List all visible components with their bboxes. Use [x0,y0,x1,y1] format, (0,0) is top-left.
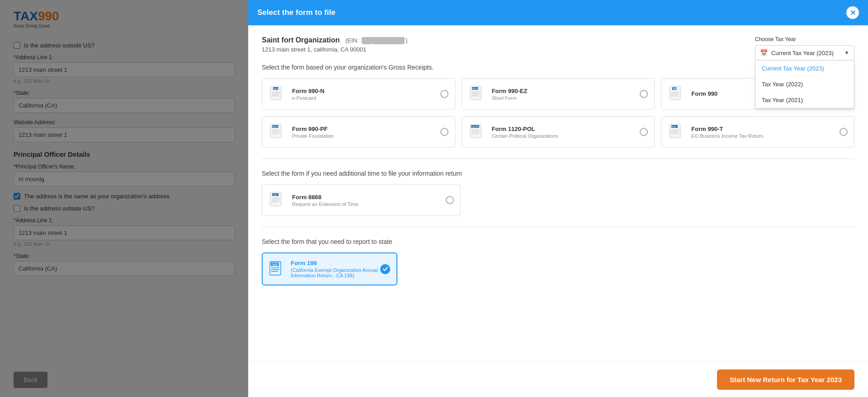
form-990pf-title: Form 990-PF [292,126,334,132]
close-icon: ✕ [850,9,856,17]
start-return-button[interactable]: Start New Return for Tax Year 2023 [717,369,854,390]
form-8868-subtitle: Request an Extension of Time [292,201,359,207]
form-card-990t[interactable]: 990-T Form 990-T EO Business Income Tax … [661,116,854,148]
svg-text:990-N: 990-N [274,88,278,90]
form-card-990ez[interactable]: 990-EZ Form 990-EZ Short Form [462,78,655,110]
form-990-title: Form 990 [691,90,717,97]
tax-year-wrapper: Choose Tax Year 📅 Current Tax Year (2023… [755,36,854,61]
form-card-1120pol[interactable]: 1120-POL Form 1120-POL Certain Political… [462,116,655,148]
modal-title: Select the form to file [257,8,335,17]
form-card-8868[interactable]: 8868 Form 8868 Request an Extension of T… [262,184,461,216]
form-990t-subtitle: EO Business Income Tax Return [691,133,763,139]
svg-text:STATE: STATE [273,265,277,266]
extension-form-row: 8868 Form 8868 Request an Extension of T… [262,184,854,216]
dropdown-item-2021[interactable]: Tax Year (2021) [755,92,854,108]
chevron-down-icon: ▼ [844,50,849,56]
dropdown-item-2023[interactable]: Current Tax Year (2023) [755,61,854,76]
calendar-icon: 📅 [760,49,768,56]
form-card-8868-left: 8868 Form 8868 Request an Extension of T… [269,191,359,209]
form-8868-radio[interactable] [446,196,454,204]
form-199-info: Form 199 (California Exempt Organization… [291,260,380,278]
form-990n-title: Form 990-N [292,88,325,94]
form-990ez-radio[interactable] [640,90,648,98]
form-990pf-icon: 990-PF [269,123,287,141]
form-8868-title: Form 8868 [292,194,359,201]
form-card-990n-left: 990-N Form 990-N e-Postcard [269,85,325,103]
form-1120pol-title: Form 1120-POL [492,126,558,132]
state-form-row: CA-199 STATE Form 199 (California Exempt… [262,252,854,285]
svg-text:1120-POL: 1120-POL [472,126,479,128]
svg-text:990-EZ: 990-EZ [472,88,479,90]
select-form-modal: Select the form to file ✕ Saint fort Org… [248,0,868,397]
form-199-title: Form 199 [291,260,380,266]
form-card-990n[interactable]: 990-N Form 990-N e-Postcard [262,78,455,110]
form-card-1120pol-left: 1120-POL Form 1120-POL Certain Political… [468,123,558,141]
form-card-990pf[interactable]: 990-PF Form 990-PF Private Foundation [262,116,455,148]
form-990-icon: 990 [668,85,686,103]
form-1120pol-subtitle: Certain Political Organizations [492,133,558,139]
form-199-icon: CA-199 STATE [269,260,285,278]
dropdown-item-2022[interactable]: Tax Year (2022) [755,76,854,92]
svg-text:990: 990 [673,87,677,90]
form-199-check [380,264,390,274]
form-990ez-subtitle: Short Form [492,95,528,101]
form-8868-icon: 8868 [269,191,287,209]
tax-year-dropdown: Current Tax Year (2023) Tax Year (2022) … [755,61,854,108]
org-ein-close: ) [406,37,407,44]
form-1120pol-icon: 1120-POL [468,123,486,141]
svg-text:8868: 8868 [273,194,278,196]
form-card-990ez-left: 990-EZ Form 990-EZ Short Form [468,85,528,103]
form-990pf-info: Form 990-PF Private Foundation [292,126,334,139]
modal-body: Saint fort Organization (EIN: ██-███████… [248,25,868,362]
org-ein-label: (EIN: [345,37,359,44]
org-ein-value: ██-███████ [362,37,405,44]
form-990t-title: Form 990-T [691,126,763,132]
form-990n-radio[interactable] [440,90,448,98]
form-990n-icon: 990-N [269,85,287,103]
form-990t-icon: 990-T [668,123,686,141]
form-990pf-subtitle: Private Foundation [292,133,334,139]
svg-text:990-T: 990-T [672,126,677,128]
form-990n-subtitle: e-Postcard [292,95,325,101]
form-990t-info: Form 990-T EO Business Income Tax Return [691,126,763,139]
form-990ez-icon: 990-EZ [468,85,486,103]
modal-close-button[interactable]: ✕ [846,6,859,19]
tax-year-select[interactable]: 📅 Current Tax Year (2023) ▼ [755,45,854,61]
form-990-info: Form 990 [691,90,717,98]
tax-year-selected-text: Current Tax Year (2023) [771,50,844,56]
svg-text:990-PF: 990-PF [273,126,279,128]
tax-year-label: Choose Tax Year [755,36,854,42]
form-card-199[interactable]: CA-199 STATE Form 199 (California Exempt… [262,252,397,285]
divider-2 [262,227,854,227]
state-section-header: Select the form that you need to report … [262,238,854,245]
modal-footer: Start New Return for Tax Year 2023 [248,362,868,397]
form-990ez-info: Form 990-EZ Short Form [492,88,528,101]
divider-1 [262,159,854,159]
form-8868-info: Form 8868 Request an Extension of Time [292,194,359,207]
form-1120pol-radio[interactable] [640,128,648,136]
form-199-subtitle: (California Exempt Organization Annual I… [291,267,380,278]
form-card-199-left: CA-199 STATE Form 199 (California Exempt… [269,260,380,278]
org-name: Saint fort Organization [262,36,340,44]
form-card-990t-left: 990-T Form 990-T EO Business Income Tax … [668,123,763,141]
modal-header: Select the form to file ✕ [248,0,868,25]
form-1120pol-info: Form 1120-POL Certain Political Organiza… [492,126,558,139]
form-990pf-radio[interactable] [440,128,448,136]
form-card-990pf-left: 990-PF Form 990-PF Private Foundation [269,123,334,141]
form-990n-info: Form 990-N e-Postcard [292,88,325,101]
form-990ez-title: Form 990-EZ [492,88,528,94]
forms-grid-row2: 990-PF Form 990-PF Private Foundation [262,116,854,148]
form-card-990-left: 990 Form 990 [668,85,717,103]
extension-section-header: Select the form if you need additional t… [262,170,854,177]
form-990t-radio[interactable] [840,128,848,136]
